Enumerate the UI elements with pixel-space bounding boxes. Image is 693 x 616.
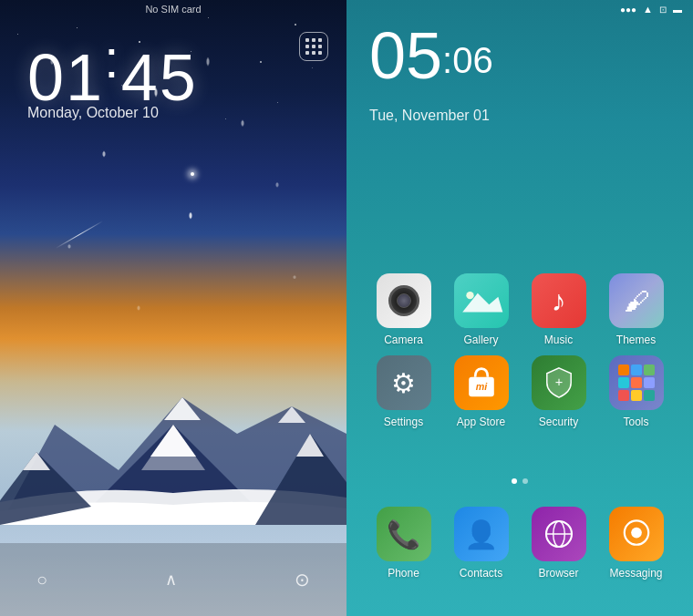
home-date: Tue, November 01 [369, 108, 490, 124]
app-item-phone[interactable]: 📞 Phone [367, 507, 440, 580]
music-label: Music [544, 334, 573, 346]
lock-time: 01:45 [27, 27, 198, 115]
lock-status-bar: No SIM card [0, 0, 346, 18]
lock-swipe-up-icon[interactable]: ∧ [165, 570, 177, 590]
home-screen: ●●● ▲ ⊡ ▬ 05:06 Tue, November 01 Camera [346, 0, 693, 616]
app-item-contacts[interactable]: 👤 Contacts [445, 507, 518, 580]
phone-icon: 📞 [377, 507, 431, 561]
app-item-appstore[interactable]: mi App Store [445, 355, 518, 428]
home-time: 05:06 [369, 23, 493, 88]
appstore-icon: mi [454, 355, 509, 410]
tools-icon [609, 355, 664, 410]
battery-icon: ▬ [673, 5, 682, 15]
svg-text:+: + [554, 375, 563, 389]
app-grid: Camera Gallery ♪ Music 🖌 [346, 273, 693, 437]
themes-label: Themes [616, 334, 656, 346]
app-item-gallery[interactable]: Gallery [445, 273, 518, 346]
lock-screen: No SIM card 01:45 Monday, October 10 ○ ∧… [0, 0, 346, 616]
gallery-svg [459, 282, 504, 320]
contacts-label: Contacts [460, 567, 502, 580]
lock-minute: 45 [121, 41, 198, 114]
messaging-svg [616, 514, 657, 554]
appstore-inner: mi [454, 355, 509, 410]
messaging-label: Messaging [609, 567, 662, 580]
page-dots [346, 478, 693, 484]
lock-date: Monday, October 10 [27, 105, 159, 121]
dots-grid [305, 38, 323, 56]
svg-text:mi: mi [475, 381, 488, 392]
home-hour: 05 [369, 19, 442, 92]
security-label: Security [539, 416, 578, 428]
themes-brush-symbol: 🖌 [624, 286, 649, 316]
lock-dots-button[interactable] [299, 32, 328, 61]
mountain-silhouette [0, 343, 346, 525]
settings-gear-symbol: ⚙ [391, 367, 416, 399]
page-dot-1 [512, 478, 517, 484]
music-icon: ♪ [532, 273, 586, 328]
appstore-label: App Store [457, 416, 505, 428]
gallery-icon [454, 273, 509, 328]
app-item-messaging[interactable]: Messaging [600, 507, 673, 580]
lock-status-text: No SIM card [145, 4, 201, 15]
svg-point-9 [631, 528, 642, 539]
messaging-icon [609, 507, 664, 561]
security-shield-svg: + [539, 363, 579, 403]
browser-svg [540, 515, 578, 553]
signal-icon: ●●● [620, 5, 636, 15]
home-colon: :06 [442, 40, 493, 80]
lock-camera-icon[interactable]: ⊙ [295, 569, 310, 590]
tools-grid [618, 364, 655, 401]
app-item-themes[interactable]: 🖌 Themes [600, 273, 673, 346]
settings-icon: ⚙ [377, 355, 431, 410]
browser-label: Browser [538, 567, 578, 580]
app-item-music[interactable]: ♪ Music [522, 273, 595, 346]
browser-icon [532, 507, 586, 561]
app-item-security[interactable]: + Security [522, 355, 595, 428]
camera-lens [388, 285, 419, 316]
themes-icon: 🖌 [609, 273, 664, 328]
camera-label: Camera [384, 334, 423, 346]
no-sim-icon: ⊡ [659, 5, 667, 15]
appstore-bag-svg: mi [460, 362, 502, 404]
tools-label: Tools [623, 416, 648, 428]
svg-point-1 [466, 292, 473, 299]
contacts-symbol: 👤 [464, 518, 498, 550]
settings-label: Settings [384, 416, 423, 428]
lock-circle-icon[interactable]: ○ [36, 570, 47, 590]
app-row-3: 📞 Phone 👤 Contacts Browser [365, 507, 675, 580]
security-icon: + [532, 355, 586, 410]
app-item-settings[interactable]: ⚙ Settings [367, 355, 440, 428]
app-item-browser[interactable]: Browser [522, 507, 595, 580]
home-status-icons: ●●● ▲ ⊡ ▬ [620, 4, 682, 15]
phone-symbol: 📞 [387, 518, 420, 550]
wifi-icon: ▲ [643, 4, 653, 15]
camera-icon [377, 273, 431, 328]
lock-colon: : [104, 28, 121, 89]
music-note-symbol: ♪ [552, 284, 566, 318]
app-row-1: Camera Gallery ♪ Music 🖌 [365, 273, 675, 346]
app-item-tools[interactable]: Tools [600, 355, 673, 428]
lock-hour: 01 [27, 41, 104, 114]
gallery-label: Gallery [463, 334, 498, 346]
page-dot-2 [522, 478, 528, 484]
bottom-app-row: 📞 Phone 👤 Contacts Browser [346, 507, 693, 589]
app-item-camera[interactable]: Camera [367, 273, 440, 346]
app-row-2: ⚙ Settings mi App Store [365, 355, 675, 428]
home-status-bar: ●●● ▲ ⊡ ▬ [346, 0, 693, 18]
phone-label: Phone [388, 567, 419, 580]
contacts-icon: 👤 [454, 507, 509, 561]
lock-bottom-bar: ○ ∧ ⊙ [0, 543, 346, 616]
